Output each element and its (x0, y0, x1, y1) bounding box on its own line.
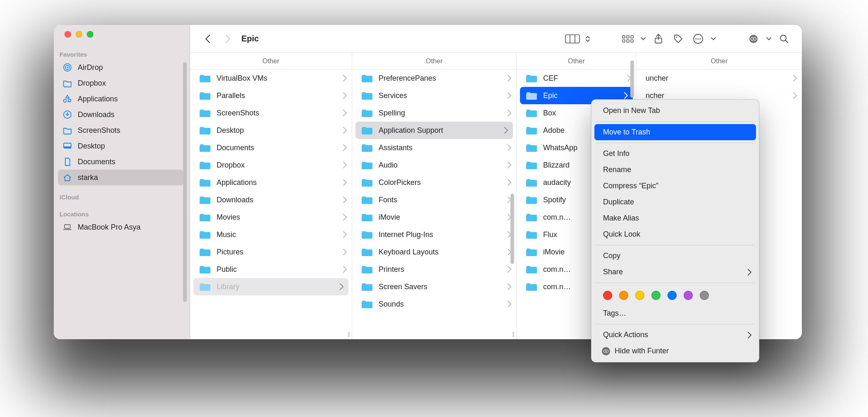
svg-rect-6 (64, 146, 71, 148)
list-item[interactable]: Movies (190, 208, 352, 226)
sidebar-item-macbook-pro-asya[interactable]: MacBook Pro Asya (58, 219, 184, 235)
list-item[interactable]: ScreenShots (190, 104, 352, 122)
list-item[interactable]: Sounds (352, 295, 516, 313)
list-item[interactable]: Printers (352, 261, 516, 278)
tag-color[interactable] (651, 291, 661, 300)
tag-color[interactable] (684, 291, 693, 300)
sidebar-item-starka[interactable]: starka (58, 170, 184, 185)
back-button[interactable] (199, 30, 217, 48)
tag-color[interactable] (619, 291, 628, 300)
svg-rect-14 (622, 40, 625, 42)
column-resizer[interactable]: ‖ (348, 331, 351, 337)
forward-button[interactable] (219, 30, 236, 48)
window-title: Epic (239, 34, 259, 43)
ctx-share[interactable]: Share (591, 264, 759, 280)
list-item[interactable]: Fonts (352, 191, 516, 208)
preview-button[interactable] (745, 30, 762, 48)
ctx-hide-with-funter[interactable]: Hide with Funter (591, 343, 759, 359)
list-item[interactable]: Desktop (190, 122, 352, 139)
ctx-move-to-trash[interactable]: Move to Trash (594, 124, 756, 140)
list-item[interactable]: Assistants (352, 139, 516, 156)
separator (596, 121, 755, 122)
list-item[interactable]: Applications (190, 174, 352, 191)
group-by-button[interactable] (619, 30, 637, 48)
share-button[interactable] (650, 30, 667, 48)
svg-rect-12 (627, 36, 629, 38)
column-resizer[interactable]: ‖ (512, 331, 515, 337)
ctx-make-alias[interactable]: Make Alias (591, 210, 759, 226)
ctx-quick-actions[interactable]: Quick Actions (591, 327, 759, 343)
list-item[interactable]: iMovie (352, 208, 516, 226)
column-scrollbar[interactable] (510, 194, 514, 264)
folder-icon (526, 282, 537, 291)
sidebar-scrollbar[interactable] (183, 62, 187, 302)
sidebar-item-desktop[interactable]: Desktop (58, 138, 184, 154)
ctx-open-in-new-tab[interactable]: Open in New Tab (591, 103, 759, 119)
ctx-copy[interactable]: Copy (591, 248, 759, 264)
ctx-duplicate[interactable]: Duplicate (591, 194, 759, 210)
tag-color[interactable] (603, 291, 612, 300)
list-item[interactable]: Pictures (190, 243, 352, 261)
list-item[interactable]: Dropbox (190, 156, 352, 174)
fullscreen-window-button[interactable] (87, 31, 93, 38)
item-name: Adobe (543, 126, 565, 135)
ctx-rename[interactable]: Rename (591, 162, 759, 178)
item-name: WhatsApp (543, 144, 577, 152)
column-header[interactable]: Other (517, 53, 636, 70)
sidebar-item-label: Documents (78, 158, 115, 166)
list-item[interactable]: Documents (190, 139, 352, 156)
ctx-quick-look[interactable]: Quick Look (591, 226, 759, 242)
list-item[interactable]: Public (190, 261, 352, 278)
column-header[interactable]: Other (352, 53, 516, 70)
list-item[interactable]: PreferencePanes (352, 70, 516, 87)
sidebar-item-airdrop[interactable]: AirDrop (58, 60, 184, 75)
column-scrollbar[interactable] (630, 60, 634, 98)
list-item[interactable]: Keyboard Layouts (352, 243, 516, 261)
view-columns-button[interactable] (564, 30, 581, 48)
sidebar-item-dropbox[interactable]: Dropbox (58, 75, 184, 91)
search-button[interactable] (775, 30, 793, 48)
list-item[interactable]: Downloads (190, 191, 352, 208)
ctx-get-info[interactable]: Get Info (591, 146, 759, 162)
list-item[interactable]: CEF (517, 70, 636, 87)
list-item[interactable]: uncher (637, 70, 802, 87)
column-header[interactable]: Other (637, 53, 802, 70)
list-item[interactable]: Library (193, 278, 348, 295)
sidebar-item-applications[interactable]: Applications (58, 91, 184, 107)
svg-point-21 (697, 38, 699, 39)
folder-icon (199, 213, 211, 222)
toolbar: Epic (190, 25, 802, 53)
list-item[interactable]: Internet Plug-Ins (352, 226, 516, 243)
chevron-right-icon (506, 161, 512, 169)
list-item[interactable]: Screen Savers (352, 278, 516, 295)
tag-color[interactable] (668, 291, 677, 300)
item-name: Desktop (217, 126, 244, 135)
desktop-icon (62, 141, 72, 151)
chevron-right-icon (503, 127, 509, 134)
svg-rect-7 (64, 225, 70, 228)
chevron-right-icon (792, 74, 798, 82)
list-item[interactable]: Parallels (190, 87, 352, 104)
column-header[interactable]: Other (190, 53, 352, 70)
sidebar-item-downloads[interactable]: Downloads (58, 107, 184, 122)
close-window-button[interactable] (64, 31, 71, 38)
minimize-window-button[interactable] (76, 31, 82, 38)
view-updown-icon[interactable] (584, 30, 592, 48)
list-item[interactable]: ColorPickers (352, 174, 516, 191)
ctx-tags[interactable]: Tags… (591, 305, 759, 321)
tag-color[interactable] (635, 291, 644, 300)
tags-button[interactable] (670, 30, 687, 48)
list-item[interactable]: Spelling (352, 104, 516, 122)
sidebar-item-documents[interactable]: Documents (58, 154, 184, 170)
more-button[interactable] (689, 30, 707, 48)
tag-color[interactable] (700, 291, 709, 300)
list-item[interactable]: Application Support (355, 122, 513, 139)
folder-icon (361, 230, 373, 239)
sidebar-item-screenshots[interactable]: ScreenShots (58, 122, 184, 138)
item-name: Documents (217, 144, 254, 152)
list-item[interactable]: Audio (352, 156, 516, 174)
list-item[interactable]: Music (190, 226, 352, 243)
ctx-compress[interactable]: Compress “Epic” (591, 178, 759, 194)
list-item[interactable]: Services (352, 87, 516, 104)
list-item[interactable]: VirtualBox VMs (190, 70, 352, 87)
